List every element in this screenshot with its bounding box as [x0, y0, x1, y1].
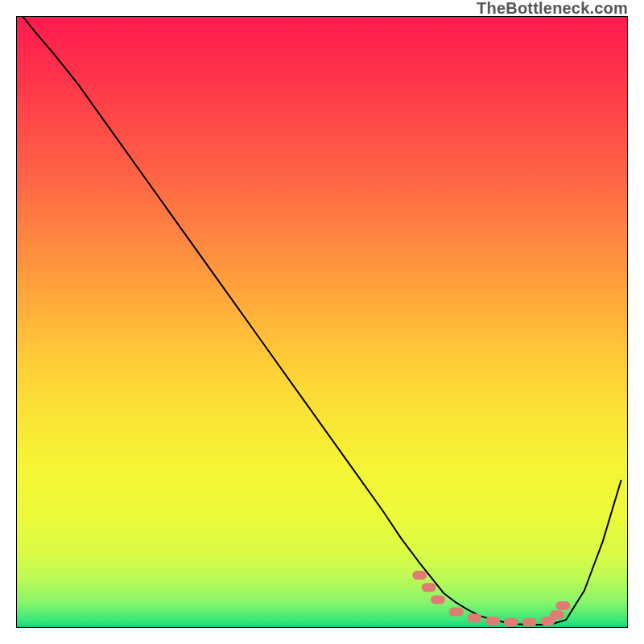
curve-marker	[431, 595, 445, 604]
curve-marker	[550, 610, 564, 619]
curve-marker	[412, 571, 427, 580]
chart-plot-area	[16, 16, 628, 628]
bottleneck-curve-svg	[17, 17, 627, 627]
curve-marker	[449, 608, 464, 617]
curve-marker	[468, 613, 482, 622]
bottleneck-curve	[23, 17, 621, 625]
curve-marker	[485, 617, 500, 625]
curve-marker	[555, 601, 570, 610]
curve-marker	[504, 617, 518, 626]
curve-marker	[422, 583, 436, 592]
attribution-label: TheBottleneck.com	[477, 0, 628, 18]
curve-marker	[522, 617, 537, 626]
